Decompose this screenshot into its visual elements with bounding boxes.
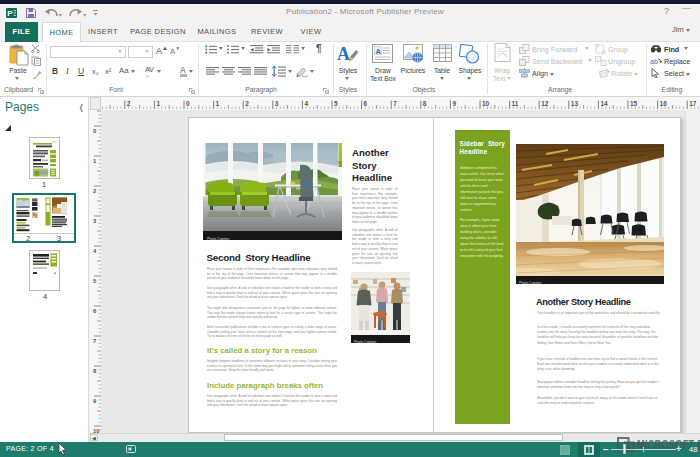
svg-text:12: 12	[541, 100, 549, 107]
svg-text:3: 3	[275, 100, 279, 107]
svg-text:2: 2	[245, 100, 249, 107]
svg-text:4: 4	[304, 100, 308, 107]
svg-text:1: 1	[93, 158, 97, 164]
svg-text:6: 6	[364, 100, 368, 107]
svg-text:2: 2	[93, 188, 97, 194]
svg-text:9: 9	[452, 100, 456, 107]
svg-text:14: 14	[600, 100, 608, 107]
svg-text:4: 4	[93, 248, 97, 254]
svg-text:13: 13	[571, 100, 579, 107]
svg-text:A: A	[376, 47, 382, 56]
svg-text:7: 7	[93, 338, 97, 344]
svg-text:17: 17	[689, 100, 697, 107]
svg-text:6: 6	[93, 308, 97, 314]
svg-text:2: 2	[127, 100, 131, 107]
svg-text:1: 1	[156, 100, 160, 107]
svg-text:ab: ab	[650, 58, 658, 65]
svg-text:7: 7	[393, 100, 397, 107]
svg-text:0: 0	[186, 100, 190, 107]
svg-text:8: 8	[423, 100, 427, 107]
svg-text:P: P	[7, 9, 13, 18]
svg-text:16: 16	[660, 100, 668, 107]
svg-text:5: 5	[334, 100, 338, 107]
svg-text:A: A	[337, 44, 350, 64]
svg-text:9: 9	[93, 398, 97, 404]
svg-text:1: 1	[216, 100, 220, 107]
svg-text:5: 5	[93, 278, 97, 284]
svg-text:11: 11	[512, 100, 519, 107]
svg-text:3: 3	[93, 218, 97, 224]
svg-text:8: 8	[93, 368, 97, 374]
svg-text:0: 0	[93, 128, 97, 134]
svg-text:10: 10	[482, 100, 490, 107]
svg-text:15: 15	[630, 100, 638, 107]
